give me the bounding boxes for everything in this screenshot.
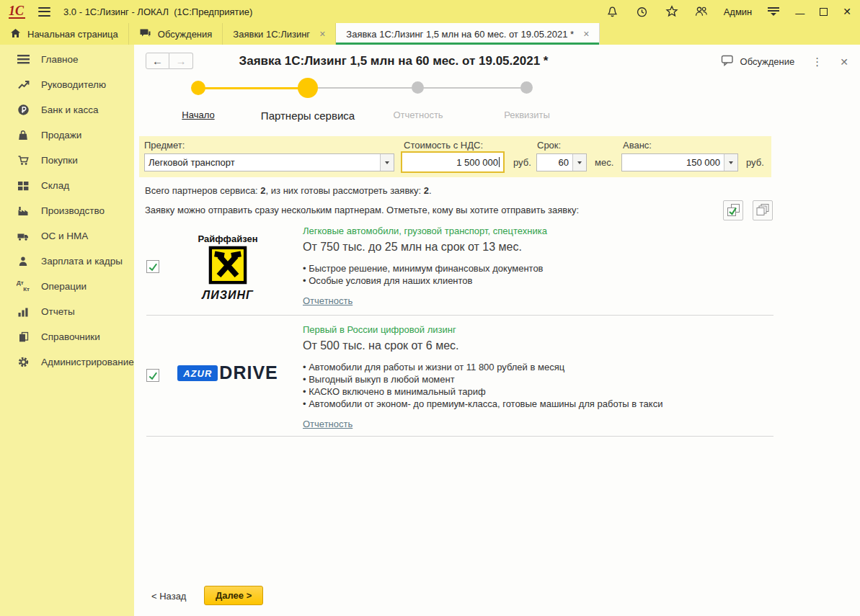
step-dot-start[interactable] <box>191 81 205 95</box>
1c-logo: 1С <box>9 4 25 19</box>
partner-bullet: Автомобили для работы и жизни от 11 800 … <box>303 361 775 373</box>
partner-offer: От 750 тыс. до 25 млн на срок от 13 мес. <box>303 241 775 254</box>
discussion-bubble-icon <box>721 55 735 68</box>
sidebar-item-main[interactable]: Главное <box>0 47 134 72</box>
more-menu-icon[interactable]: ⋮ <box>812 55 823 68</box>
sidebar-item-production[interactable]: Производство <box>0 198 134 223</box>
users-icon[interactable] <box>694 4 709 19</box>
partner-reporting-link[interactable]: Отчетность <box>303 419 353 429</box>
app-window: 1С 3.0 - 1С:Лизинг - ЛОКАЛ (1С:Предприят… <box>0 0 860 616</box>
partner-separator <box>146 436 773 437</box>
tab-close-icon[interactable]: × <box>583 28 589 40</box>
minimize-button[interactable]: — <box>795 8 804 19</box>
step-label-requisites: Реквизиты <box>484 110 570 120</box>
partner-checkbox-raiffeisen[interactable] <box>146 260 159 273</box>
subject-label: Предмет: <box>144 140 185 151</box>
back-button[interactable]: < Назад <box>151 591 186 602</box>
step-dot-reporting <box>412 81 424 94</box>
advance-label: Аванс: <box>623 140 652 151</box>
notifications-bell-icon[interactable] <box>606 4 620 19</box>
advance-value: 150 000 <box>622 157 724 168</box>
sidebar-item-bank-cash[interactable]: Банк и касса <box>0 97 134 122</box>
partners-total-count: 2 <box>260 185 265 196</box>
step-label-start[interactable]: Начало <box>169 110 227 120</box>
checkmark-icon <box>147 370 159 382</box>
bar-chart-icon <box>16 307 30 317</box>
partner-bullet: КАСКО включено в минимальный тариф <box>303 385 775 398</box>
current-user-label[interactable]: Админ <box>724 6 753 17</box>
partner-bullet: Особые условия для наших клиентов <box>303 274 775 287</box>
partner-bullets: Автомобили для работы и жизни от 11 800 … <box>303 361 775 410</box>
raiffeisen-logo: Райффайзен ЛИЗИНГ <box>185 233 271 302</box>
term-dropdown-icon[interactable] <box>572 154 586 171</box>
titlebar-controls: Админ — ✕ <box>606 4 851 19</box>
checkmark-icon <box>147 261 159 273</box>
factory-icon <box>16 205 30 216</box>
select-all-button[interactable] <box>723 200 743 220</box>
partner-reporting-link[interactable]: Отчетность <box>303 295 353 306</box>
step-dot-partners <box>298 78 318 98</box>
sidebar-item-sales[interactable]: Продажи <box>0 122 134 148</box>
tab-requests-list[interactable]: Заявки 1С:Лизинг × <box>223 23 336 45</box>
partners-summary: Всего партнеров сервиса: 2, из них готов… <box>145 185 432 196</box>
bag-icon <box>16 130 30 141</box>
partner-info-azur: Первый в России цифровой лизинг От 500 т… <box>303 324 775 430</box>
step-label-reporting: Отчетность <box>375 110 461 120</box>
sidebar-item-manager[interactable]: Руководителю <box>0 72 134 97</box>
tab-close-icon[interactable]: × <box>319 28 325 40</box>
truck-icon <box>16 231 30 241</box>
sidebar-item-reports[interactable]: Отчеты <box>0 299 134 324</box>
instruction-text: Заявку можно отправить сразу нескольким … <box>145 205 579 215</box>
sidebar-item-directories[interactable]: Справочники <box>0 324 134 349</box>
tab-home[interactable]: Начальная страница <box>0 23 129 45</box>
sidebar-item-purchases[interactable]: Покупки <box>0 148 134 173</box>
tab-request-active[interactable]: Заявка 1С:Лизинг 1,5 млн на 60 мес. от 1… <box>336 23 600 45</box>
maximize-button[interactable] <box>820 8 828 16</box>
partner-offer: От 500 тыс. на срок от 6 мес. <box>303 339 775 352</box>
sidebar-item-label: Главное <box>41 54 79 65</box>
sidebar-item-operations[interactable]: Дт Кт Операции <box>0 274 134 299</box>
azur-drive-logo: AZUR DRIVE <box>163 362 293 383</box>
tab-discussions[interactable]: Обсуждения <box>129 23 223 45</box>
main-menu-icon[interactable] <box>38 7 50 17</box>
service-menu-icon[interactable] <box>767 7 780 16</box>
step-connector <box>198 87 308 89</box>
tab-label: Заявки 1С:Лизинг <box>233 29 310 40</box>
sidebar-item-warehouse[interactable]: Склад <box>0 173 134 198</box>
advance-input[interactable]: 150 000 <box>621 153 738 171</box>
sidebar-item-salary-hr[interactable]: Зарплата и кадры <box>0 249 134 274</box>
sidebar-item-label: Отчеты <box>41 306 75 317</box>
advance-dropdown-icon[interactable] <box>724 154 737 171</box>
step-dot-requisites <box>520 81 533 94</box>
cost-unit-label: руб. <box>513 157 531 168</box>
sidebar-item-label: Администрирование <box>41 357 134 367</box>
tab-label: Заявка 1С:Лизинг 1,5 млн на 60 мес. от 1… <box>346 29 574 40</box>
clear-all-button[interactable] <box>753 200 773 220</box>
cart-icon <box>16 155 30 166</box>
subject-select[interactable]: Легковой транспорт <box>144 153 394 171</box>
subject-dropdown-icon[interactable] <box>380 154 394 171</box>
menu-lines-icon <box>16 55 30 64</box>
tabbar: Начальная страница Обсуждения Заявки 1С:… <box>0 23 860 45</box>
discussion-button[interactable]: Обсуждение <box>721 55 795 68</box>
favorites-star-icon[interactable] <box>665 4 679 19</box>
history-icon[interactable] <box>635 4 650 19</box>
tab-label: Обсуждения <box>158 29 213 40</box>
term-label: Срок: <box>537 140 561 151</box>
cost-input[interactable]: 1 500 000 <box>401 151 505 173</box>
term-input[interactable]: 60 <box>536 153 587 171</box>
grid-icon <box>16 181 30 191</box>
partner-checkbox-azur[interactable] <box>146 369 159 382</box>
advance-unit-label: руб. <box>746 157 764 168</box>
window-close-button[interactable]: ✕ <box>843 6 851 17</box>
sidebar-item-label: Продажи <box>41 130 81 140</box>
home-icon <box>10 28 21 40</box>
partner-separator <box>146 315 773 316</box>
sidebar-item-label: Склад <box>41 180 69 191</box>
sidebar-item-fixed-assets[interactable]: ОС и НМА <box>0 223 134 249</box>
sidebar-item-label: Производство <box>41 205 105 216</box>
sidebar-item-label: Зарплата и кадры <box>41 256 123 267</box>
form-close-icon[interactable]: ✕ <box>840 56 848 68</box>
next-button[interactable]: Далее > <box>204 586 263 605</box>
sidebar-item-administration[interactable]: Администрирование <box>0 349 134 375</box>
